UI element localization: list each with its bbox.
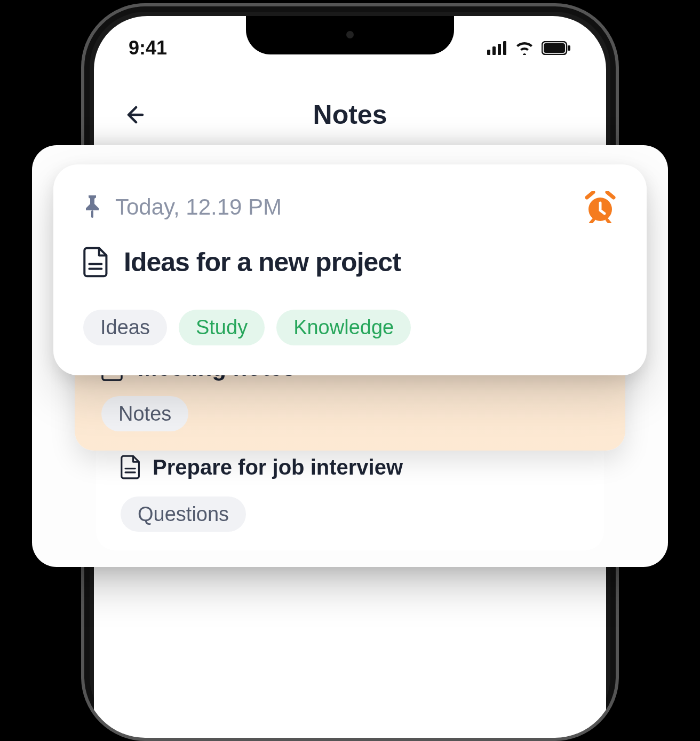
- phone-notch: [246, 16, 454, 54]
- tag-ideas[interactable]: Ideas: [83, 310, 167, 345]
- svg-rect-3: [503, 41, 506, 55]
- tag-questions[interactable]: Questions: [121, 496, 246, 532]
- back-button[interactable]: [121, 101, 147, 128]
- svg-rect-11: [91, 210, 93, 218]
- cellular-icon: [487, 41, 507, 55]
- status-icons: [487, 41, 571, 55]
- note-card-prepare[interactable]: Prepare for job interview Questions: [96, 438, 604, 550]
- svg-rect-6: [568, 45, 570, 51]
- arrow-left-icon: [121, 102, 147, 128]
- app-header: Notes: [94, 91, 606, 139]
- pin-icon: [83, 195, 101, 219]
- note-title: Prepare for job interview: [153, 455, 403, 479]
- camera-dot: [346, 31, 354, 38]
- document-icon: [121, 455, 141, 479]
- battery-icon: [542, 41, 571, 55]
- tag-study[interactable]: Study: [179, 310, 265, 345]
- svg-rect-1: [492, 46, 496, 55]
- tag-notes[interactable]: Notes: [101, 396, 188, 431]
- wifi-icon: [515, 41, 534, 55]
- note-title: Ideas for a new project: [124, 247, 401, 278]
- alarm-icon[interactable]: [584, 191, 617, 223]
- tag-knowledge[interactable]: Knowledge: [276, 310, 411, 345]
- svg-rect-0: [487, 50, 490, 55]
- note-card-pinned[interactable]: Today, 12.19 PM Ideas for a new project …: [53, 164, 647, 375]
- document-icon: [83, 247, 109, 278]
- note-timestamp: Today, 12.19 PM: [115, 194, 282, 220]
- svg-rect-5: [544, 43, 565, 53]
- page-title: Notes: [313, 99, 387, 130]
- svg-rect-2: [498, 44, 501, 55]
- status-time: 9:41: [129, 37, 167, 59]
